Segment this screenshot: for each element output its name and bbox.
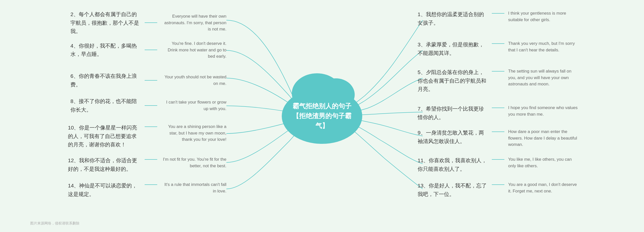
left-item-1: Everyone will have their own astronauts.… — [70, 10, 226, 36]
right-connector-4 — [492, 108, 504, 108]
cloud-title: 霸气拒绝别人的句子【拒绝渣男的句子霸气】 — [282, 99, 362, 133]
right-connector-7 — [492, 184, 504, 185]
right-item-1: 1、我想你的温柔更适合别的女孩子。 I think your gentlenes… — [418, 10, 579, 27]
right-item-6: 11、你喜欢我，我喜欢别人，你只能喜欢别人了。 You like me, I l… — [418, 156, 579, 173]
left-connector-6 — [145, 159, 157, 160]
left-item-5: You are a shining person like a star, bu… — [68, 123, 226, 149]
left-item-4: I can't take your flowers or grow up wit… — [70, 97, 226, 114]
right-item-5: 9、一身清贫怎敢入繁花，两袖清风怎敢误佳人。 How dare a poor m… — [418, 128, 579, 148]
right-item-2-zh: 3、承蒙厚爱，但是很抱歉，不能愿闻其详。 — [418, 40, 488, 57]
right-item-4-en: I hope you find someone who values you m… — [508, 105, 579, 117]
left-item-3-zh: 6、你的青春不该在我身上浪费。 — [70, 72, 141, 89]
left-connector-5 — [145, 126, 157, 127]
left-item-2: You're fine. I don't deserve it. Drink m… — [70, 40, 226, 60]
left-item-6-zh: 12、我和你不适合，你适合更好的，不是我这种最好的。 — [68, 156, 141, 173]
left-item-1-en: Everyone will have their own astronauts.… — [161, 13, 226, 32]
left-item-1-zh: 2、每个人都会有属于自己的宇航员，很抱歉，那个人不是我。 — [70, 10, 141, 36]
right-item-1-zh: 1、我想你的温柔更适合别的女孩子。 — [418, 10, 488, 27]
right-item-7: 13、你是好人，我不配，忘了我吧，下一位。 You are a good man… — [418, 181, 579, 198]
left-connector-4 — [145, 105, 157, 106]
left-item-2-en: You're fine. I don't deserve it. Drink m… — [161, 40, 226, 60]
right-item-5-en: How dare a poor man enter the flowers. H… — [508, 128, 579, 148]
left-panel: Everyone will have their own astronauts.… — [0, 0, 226, 232]
left-connector-1 — [145, 22, 157, 23]
right-item-2-en: Thank you very much, but I'm sorry that … — [508, 40, 579, 53]
right-connector-6 — [492, 159, 504, 160]
right-item-5-zh: 9、一身清贫怎敢入繁花，两袖清风怎敢误佳人。 — [418, 128, 488, 145]
left-item-4-en: I can't take your flowers or grow up wit… — [161, 99, 226, 112]
right-connector-3 — [492, 71, 504, 72]
footer-note: 图片来源网络，侵权请联系删除 — [30, 221, 79, 226]
right-item-3: 5、夕阳总会落在你的身上，你也会有属于自己的宇航员和月亮。 The settin… — [418, 68, 579, 93]
right-item-1-en: I think your gentleness is more suitable… — [508, 10, 579, 23]
left-item-6: I'm not fit for you. You're fit for the … — [68, 156, 226, 173]
right-item-7-zh: 13、你是好人，我不配，忘了我吧，下一位。 — [418, 181, 488, 198]
right-item-7-en: You are a good man, I don't deserve it. … — [508, 181, 579, 194]
right-connector-2 — [492, 43, 504, 44]
right-item-2: 3、承蒙厚爱，但是很抱歉，不能愿闻其详。 Thank you very much… — [418, 40, 579, 57]
right-connector-1 — [492, 13, 504, 14]
right-item-3-en: The setting sun will always fall on you,… — [508, 68, 579, 87]
right-item-4: 7、希望你找到一个比我更珍惜你的人。 I hope you find someo… — [418, 105, 579, 121]
left-item-7-en: It's a rule that immortals can't fall in… — [161, 181, 226, 194]
left-item-2-zh: 4、你很好，我不配，多喝热水，早点睡。 — [70, 42, 141, 58]
left-connector-2 — [145, 50, 157, 50]
left-connector-7 — [145, 184, 157, 185]
left-item-3: Your youth should not be wasted on me. 6… — [70, 72, 226, 89]
left-item-5-en: You are a shining person like a star, bu… — [161, 123, 226, 143]
cloud-shape: 霸气拒绝别人的句子【拒绝渣男的句子霸气】 — [282, 88, 362, 144]
right-item-6-zh: 11、你喜欢我，我喜欢别人，你只能喜欢别人了。 — [418, 156, 488, 173]
left-item-4-zh: 8、接不了你的花，也不能陪你长大。 — [70, 97, 141, 114]
right-connector-5 — [492, 131, 504, 132]
left-connector-3 — [145, 80, 157, 81]
right-item-6-en: You like me, I like others, you can only… — [508, 156, 579, 169]
left-item-5-zh: 10、你是一个像星星一样闪亮的人，可我有了自己想要追求的月亮，谢谢你的喜欢！ — [68, 123, 141, 149]
right-panel: 1、我想你的温柔更适合别的女孩子。 I think your gentlenes… — [418, 0, 644, 232]
left-item-6-en: I'm not fit for you. You're fit for the … — [161, 156, 226, 169]
right-item-3-zh: 5、夕阳总会落在你的身上，你也会有属于自己的宇航员和月亮。 — [418, 68, 488, 93]
left-item-7-zh: 14、神仙是不可以谈恋爱的，这是规定。 — [68, 181, 141, 198]
mind-map: 霸气拒绝别人的句子【拒绝渣男的句子霸气】 Everyone will have … — [0, 0, 644, 232]
center-cloud: 霸气拒绝别人的句子【拒绝渣男的句子霸气】 — [282, 88, 362, 144]
right-item-4-zh: 7、希望你找到一个比我更珍惜你的人。 — [418, 105, 488, 121]
left-item-7: It's a rule that immortals can't fall in… — [68, 181, 226, 198]
left-item-3-en: Your youth should not be wasted on me. — [161, 74, 226, 87]
